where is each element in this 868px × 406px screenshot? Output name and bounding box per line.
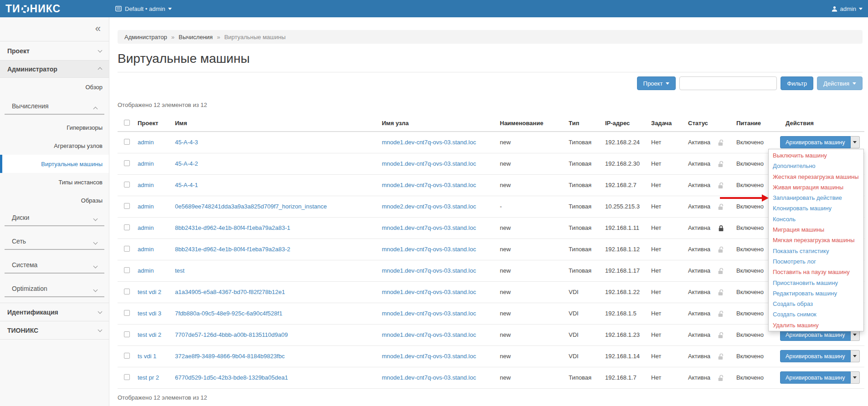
sidebar-item-tionix[interactable]: ТИОНИКС xyxy=(0,321,109,340)
column-header-power[interactable]: Питание xyxy=(734,115,776,132)
sidebar-group-system[interactable]: Система xyxy=(5,250,104,274)
sidebar-group-compute[interactable]: Вычисления xyxy=(5,96,104,115)
archive-vm-button[interactable]: Архивировать машину xyxy=(780,371,851,384)
action-menu-item[interactable]: Живая миграция машины xyxy=(769,182,863,193)
action-menu-item[interactable]: Запланировать действие xyxy=(769,193,863,203)
archive-vm-button[interactable]: Архивировать машину xyxy=(780,350,851,362)
breadcrumb-administrator[interactable]: Администратор xyxy=(124,34,167,41)
host-link[interactable]: mnode1.dev-cnt7q-ovs-03.stand.loc xyxy=(382,310,476,317)
project-link[interactable]: admin xyxy=(138,160,154,167)
action-menu-item[interactable]: Редактировать машину xyxy=(769,288,863,299)
action-menu-item[interactable]: Создать снимок xyxy=(769,309,863,320)
column-header-host[interactable]: Имя узла xyxy=(380,115,498,132)
column-header-project[interactable]: Проект xyxy=(136,115,173,132)
sidebar-collapse-button[interactable]: « xyxy=(95,23,101,35)
row-checkbox[interactable] xyxy=(124,246,130,252)
vm-name-link[interactable]: 45-A-4-3 xyxy=(175,139,198,146)
row-checkbox[interactable] xyxy=(124,374,130,380)
sidebar-item-identity[interactable]: Идентификация xyxy=(0,303,109,321)
action-menu-item[interactable]: Жесткая перезагрузка машины xyxy=(769,172,863,182)
action-menu-item[interactable]: Мягкая перезагрузка машины xyxy=(769,235,863,245)
user-menu[interactable]: admin xyxy=(832,0,863,17)
host-link[interactable]: mnode1.dev-cnt7q-ovs-03.stand.loc xyxy=(382,353,476,360)
row-checkbox[interactable] xyxy=(124,160,130,166)
project-link[interactable]: ts vdi 1 xyxy=(138,353,156,360)
sidebar-group-volumes[interactable]: Диски xyxy=(5,209,104,226)
project-link[interactable]: admin xyxy=(138,182,154,188)
tionix-logo[interactable]: ТИ НИКС xyxy=(5,0,61,17)
vm-name-link[interactable]: 0e5689ee748241dda3a9a3a825d709f7_horizon… xyxy=(175,203,327,210)
host-link[interactable]: mnode1.dev-cnt7q-ovs-03.stand.loc xyxy=(382,289,476,295)
project-link[interactable]: test vdi 2 xyxy=(138,331,161,338)
row-checkbox[interactable] xyxy=(124,331,130,337)
action-menu-item[interactable]: Дополнительно xyxy=(769,161,863,171)
row-actions-caret-button[interactable] xyxy=(851,371,860,384)
host-link[interactable]: mnode1.dev-cnt7q-ovs-03.stand.loc xyxy=(382,246,476,253)
sidebar-item-images[interactable]: Образы xyxy=(0,191,109,209)
action-menu-item[interactable]: Приостановить машину xyxy=(769,278,863,288)
row-checkbox[interactable] xyxy=(124,289,130,294)
vm-name-link[interactable]: 372ae8f9-3489-4866-9b04-8184b9823fbc xyxy=(175,353,285,360)
sidebar-item-host-aggregates[interactable]: Агрегаторы узлов xyxy=(0,137,109,155)
context-switcher[interactable]: Default • admin xyxy=(115,0,172,17)
row-checkbox[interactable] xyxy=(124,353,130,359)
column-header-task[interactable]: Задача xyxy=(649,115,686,132)
vm-name-link[interactable]: a1a34905-e5a8-4367-bd70-f82f278b12e1 xyxy=(175,289,285,295)
row-checkbox[interactable] xyxy=(124,310,130,316)
column-header-ip[interactable]: IP-адрес xyxy=(603,115,649,132)
host-link[interactable]: mnode1.dev-cnt7q-ovs-03.stand.loc xyxy=(382,182,476,188)
archive-vm-button[interactable]: Архивировать машину xyxy=(780,136,851,148)
vm-name-link[interactable]: test xyxy=(175,267,185,274)
host-link[interactable]: mnode1.dev-cnt7q-ovs-03.stand.loc xyxy=(382,331,476,338)
vm-name-link[interactable]: 7fdb880a-09c5-48e9-925c-6a90c4f528f1 xyxy=(175,310,282,317)
actions-button[interactable]: Действия xyxy=(817,76,863,90)
search-input[interactable] xyxy=(679,76,777,90)
project-link[interactable]: test vdi 3 xyxy=(138,310,161,317)
column-header-label[interactable]: Наименование xyxy=(498,115,567,132)
project-link[interactable]: admin xyxy=(138,224,154,231)
project-link[interactable]: admin xyxy=(138,246,154,253)
host-link[interactable]: mnode2.dev-cnt7q-ovs-03.stand.loc xyxy=(382,203,476,210)
sidebar-item-project[interactable]: Проект xyxy=(0,41,109,61)
filter-button[interactable]: Фильтр xyxy=(781,76,813,90)
row-checkbox[interactable] xyxy=(124,182,130,188)
host-link[interactable]: mnode1.dev-cnt7q-ovs-03.stand.loc xyxy=(382,224,476,231)
host-link[interactable]: mnode1.dev-cnt7q-ovs-03.stand.loc xyxy=(382,267,476,274)
action-menu-item[interactable]: Удалить машину xyxy=(769,320,863,330)
row-checkbox[interactable] xyxy=(124,224,130,230)
sidebar-group-network[interactable]: Сеть xyxy=(5,226,104,250)
project-link[interactable]: admin xyxy=(138,203,154,210)
sidebar-item-overview[interactable]: Обзор xyxy=(0,77,109,96)
row-checkbox[interactable] xyxy=(124,139,130,145)
sidebar-group-optimization[interactable]: Optimization xyxy=(5,274,104,297)
vm-name-link[interactable]: 8bb2431e-d962-4e1b-80f4-f1eba79a2a83-1 xyxy=(175,224,290,231)
action-menu-item[interactable]: Клонировать машину xyxy=(769,203,863,213)
row-checkbox[interactable] xyxy=(124,267,130,273)
host-link[interactable]: mnode1.dev-cnt7q-ovs-03.stand.loc xyxy=(382,374,476,381)
sidebar-item-flavors[interactable]: Типы инстансов xyxy=(0,173,109,191)
row-actions-caret-button[interactable] xyxy=(851,350,860,362)
project-filter-button[interactable]: Проект xyxy=(637,76,676,90)
project-link[interactable]: admin xyxy=(138,139,154,146)
action-menu-item[interactable]: Поставить на паузу машину xyxy=(769,267,863,277)
action-menu-item[interactable]: Выключить машину xyxy=(769,150,863,161)
sidebar-item-administrator[interactable]: Администратор xyxy=(0,61,109,77)
sidebar-item-hypervisors[interactable]: Гипервизоры xyxy=(0,118,109,137)
vm-name-link[interactable]: 7707de57-126d-4bbb-a00b-8135110d9a09 xyxy=(175,331,288,338)
vm-name-link[interactable]: 45-A-4-2 xyxy=(175,160,198,167)
project-link[interactable]: admin xyxy=(138,267,154,274)
action-menu-item[interactable]: Показать статистику xyxy=(769,246,863,256)
vm-name-link[interactable]: 45-A-4-1 xyxy=(175,182,198,188)
host-link[interactable]: mnode1.dev-cnt7q-ovs-03.stand.loc xyxy=(382,160,476,167)
vm-name-link[interactable]: 6770d529-1d5c-42b3-bde8-1329ba05dea1 xyxy=(175,374,288,381)
column-header-name[interactable]: Имя xyxy=(173,115,380,132)
host-link[interactable]: mnode1.dev-cnt7q-ovs-03.stand.loc xyxy=(382,139,476,146)
column-header-status[interactable]: Статус xyxy=(686,115,716,132)
column-header-type[interactable]: Тип xyxy=(567,115,603,132)
breadcrumb-compute[interactable]: Вычисления xyxy=(179,34,213,41)
action-menu-item[interactable]: Создать образ xyxy=(769,299,863,309)
project-link[interactable]: test pr 2 xyxy=(138,374,159,381)
action-menu-item[interactable]: Миграция машины xyxy=(769,224,863,235)
vm-name-link[interactable]: 8bb2431e-d962-4e1b-80f4-f1eba79a2a83-2 xyxy=(175,246,290,253)
project-link[interactable]: test vdi 2 xyxy=(138,289,161,295)
